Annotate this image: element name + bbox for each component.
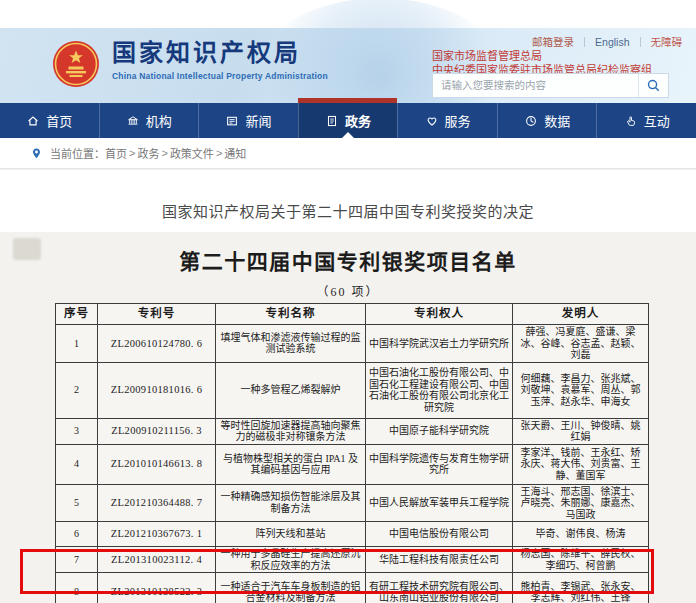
page: 国家知识产权局 China National Intellectual Prop…: [0, 0, 696, 603]
col-header-patentee: 专利权人: [366, 304, 513, 325]
table-row: 5 ZL201210364488. 7 一种精确感知损伤智能涂层及其制备方法 中…: [56, 484, 649, 522]
cell-patent-name: 一种用于多晶硅生产提高还原沉积反应效率的方法: [216, 547, 366, 573]
cell-inventors: 薛强、冯夏庭、盛谦、梁冰、谷峰、谷志孟、赵颖、刘磊: [513, 325, 649, 363]
table-row: 6 ZL201210367673. 1 阵列天线和基站 中国电信股份有限公司 毕…: [56, 522, 649, 547]
institution-icon: [126, 114, 140, 128]
breadcrumb-label: 当前位置：: [50, 145, 105, 161]
table-row: 7 ZL201310023112. 4 一种用于多晶硅生产提高还原沉积反应效率的…: [56, 547, 649, 573]
document-title: 第二十四届中国专利银奖项目名单: [0, 245, 696, 275]
table-header-row: 序号 专利号 专利名称 专利权人 发明人: [56, 304, 649, 325]
cell-inventors: 王海斗、邢志国、徐滨士、卢晓亮、朱丽娜、康嘉杰、马国政: [513, 484, 649, 522]
main-navigation: 首页 机构 新闻 政务 服务 数据 互动: [0, 103, 696, 138]
nav-label: 首页: [46, 111, 72, 130]
cell-index: 2: [56, 362, 98, 418]
nav-label: 数据: [544, 111, 570, 130]
nav-item-government-affairs[interactable]: 政务: [298, 103, 398, 138]
cell-patentee: 华陆工程科技有限责任公司: [366, 547, 513, 573]
cell-index: 4: [56, 444, 98, 484]
cell-inventors: 张天爵、王川、钟俊晴、姚红娟: [513, 418, 649, 444]
cell-inventors: 毕奇、谢伟良、杨涛: [513, 522, 649, 547]
samr-link[interactable]: 国家市场监督管理总局: [432, 49, 652, 63]
cell-patent-no: ZL200610124780. 6: [98, 325, 216, 363]
nav-item-interaction[interactable]: 互动: [596, 103, 696, 138]
data-icon: [524, 114, 538, 128]
search-box: [432, 73, 669, 98]
cell-index: 3: [56, 418, 98, 444]
cell-patentee: 中国科学院遗传与发育生物学研究所: [366, 444, 513, 484]
nav-item-services[interactable]: 服务: [397, 103, 497, 138]
nav-item-home[interactable]: 首页: [0, 103, 99, 138]
topbar-links: 邮箱登录 English 无障碍: [532, 34, 682, 49]
news-icon: [225, 114, 239, 128]
nav-label: 机构: [146, 111, 172, 130]
cell-patent-no: ZL201310138522. 3: [98, 573, 216, 603]
cell-index: 6: [56, 522, 98, 547]
accessibility-link[interactable]: 无障碍: [651, 34, 683, 49]
table-row-highlighted: 8 ZL201310138522. 3 一种适合于汽车车身板制造的铝合金材料及制…: [56, 573, 649, 603]
cell-patent-name: 一种精确感知损伤智能涂层及其制备方法: [216, 484, 366, 522]
cell-patentee: 中国石油化工股份有限公司、中国石化工程建设有限公司、中国石油化工股份有限公司北京…: [366, 362, 513, 418]
cell-patentee: 有研工程技术研究院有限公司、山东南山铝业股份有限公司: [366, 573, 513, 603]
document-icon: [325, 114, 339, 128]
nav-label: 新闻: [245, 111, 271, 130]
cell-index: 1: [56, 325, 98, 363]
cell-patent-name: 一种多管程乙烯裂解炉: [216, 362, 366, 418]
breadcrumb-separator: >: [216, 147, 222, 159]
search-icon: [646, 78, 661, 93]
col-header-patent-name: 专利名称: [216, 304, 366, 325]
site-title: 国家知识产权局: [112, 38, 328, 68]
nav-item-institution[interactable]: 机构: [99, 103, 199, 138]
site-names: 国家知识产权局 China National Intellectual Prop…: [112, 38, 328, 81]
patent-award-table: 序号 专利号 专利名称 专利权人 发明人 1 ZL200610124780. 6…: [55, 303, 649, 603]
mail-login-link[interactable]: 邮箱登录: [532, 34, 574, 49]
breadcrumb-notice[interactable]: 通知: [224, 145, 246, 161]
divider: [640, 37, 641, 47]
breadcrumb: 当前位置： 首页 > 政务 > 政策文件 > 通知: [0, 138, 696, 169]
scan-artifact: [13, 238, 41, 260]
breadcrumb-separator: >: [161, 147, 167, 159]
search-input[interactable]: [433, 74, 638, 97]
nav-label: 服务: [445, 111, 471, 130]
table-row: 3 ZL200910211156. 3 等时性回旋加速器提高轴向聚焦力的磁极非对…: [56, 418, 649, 444]
breadcrumb-gov-affairs[interactable]: 政务: [137, 145, 159, 161]
home-icon: [26, 114, 40, 128]
cell-patentee: 中国电信股份有限公司: [366, 522, 513, 547]
table-row: 1 ZL200610124780. 6 填埋气体和渗滤液传输过程的监测试验系统 …: [56, 325, 649, 363]
cell-patent-no: ZL201010146613. 8: [98, 444, 216, 484]
cell-patent-name: 填埋气体和渗滤液传输过程的监测试验系统: [216, 325, 366, 363]
cell-index: 5: [56, 484, 98, 522]
cell-patent-no: ZL200910211156. 3: [98, 418, 216, 444]
breadcrumb-home[interactable]: 首页: [105, 145, 127, 161]
service-icon: [425, 114, 439, 128]
cell-index: 8: [56, 573, 98, 603]
cell-patentee: 中国科学院武汉岩土力学研究所: [366, 325, 513, 363]
nav-item-news[interactable]: 新闻: [198, 103, 298, 138]
cell-patent-no: ZL201210367673. 1: [98, 522, 216, 547]
hand-icon: [624, 114, 638, 128]
cell-inventors: 杨志国、陈维平、薛民权、李细巧、柯曾鹏: [513, 547, 649, 573]
col-header-inventors: 发明人: [513, 304, 649, 325]
cell-inventors: 李家洋、钱前、王永红、矫永庆、蒋大伟、刘贵富、王静、董国军: [513, 444, 649, 484]
cell-inventors: 熊柏青、李锡武、张永安、李志辉、刘红伟、王锋: [513, 573, 649, 603]
site-title-english: China National Intellectual Property Adm…: [112, 71, 328, 81]
nav-item-data[interactable]: 数据: [497, 103, 597, 138]
article-title: 国家知识产权局关于第二十四届中国专利奖授奖的决定: [0, 200, 696, 221]
breadcrumb-separator: >: [129, 147, 135, 159]
cell-patent-name: 等时性回旋加速器提高轴向聚焦力的磁极非对称镶条方法: [216, 418, 366, 444]
english-link[interactable]: English: [595, 36, 629, 48]
site-logo-link[interactable]: 国家知识产权局 China National Intellectual Prop…: [52, 38, 328, 88]
cell-patent-no: ZL201210364488. 7: [98, 484, 216, 522]
cell-inventors: 何细藕、李昌力、张兆斌、刘敬坤、袁慕军、周丛、郭玉萍、赵永华、申海女: [513, 362, 649, 418]
search-button[interactable]: [638, 74, 668, 97]
scanned-document: 第二十四届中国专利银奖项目名单 （60 项） 序号 专利号 专利名称 专利权人 …: [0, 232, 696, 603]
cell-patent-no: ZL200910181016. 6: [98, 362, 216, 418]
nav-label: 政务: [345, 111, 371, 130]
cell-patent-no: ZL201310023112. 4: [98, 547, 216, 573]
col-header-patent-no: 专利号: [98, 304, 216, 325]
site-banner: 国家知识产权局 China National Intellectual Prop…: [0, 28, 696, 103]
nav-label: 互动: [644, 111, 670, 130]
cell-patentee: 中国人民解放军装甲兵工程学院: [366, 484, 513, 522]
col-header-index: 序号: [56, 304, 98, 325]
cell-patent-name: 一种适合于汽车车身板制造的铝合金材料及制备方法: [216, 573, 366, 603]
breadcrumb-policy-docs[interactable]: 政策文件: [170, 145, 214, 161]
